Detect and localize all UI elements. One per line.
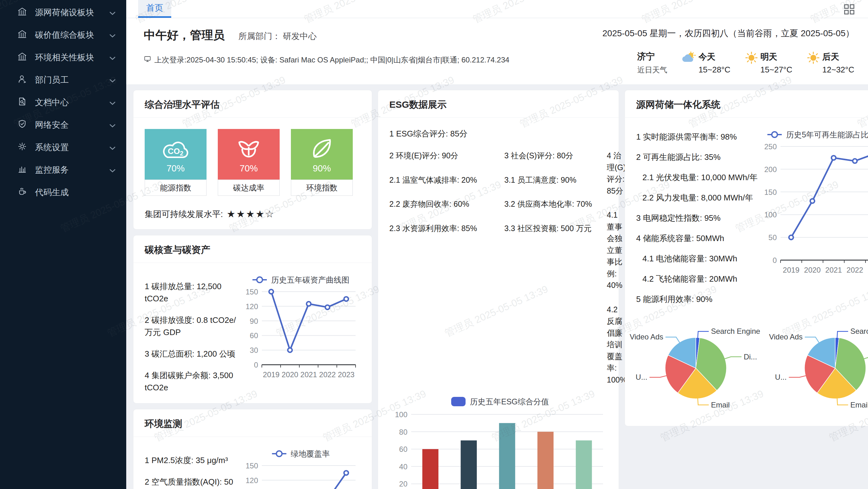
sun-icon — [745, 51, 758, 66]
sidebar-item-carbon-value[interactable]: 碳价值综合板块 — [0, 24, 126, 46]
weather-day-temp: 15~27°C — [761, 65, 793, 75]
weather-day-name: 后天 — [823, 51, 854, 62]
document-icon — [18, 97, 27, 108]
last-login-line: 上次登录:2025-04-30 15:50:45; 设备: Safari Mac… — [144, 55, 509, 65]
chevron-down-icon — [110, 98, 116, 107]
tile-percent: 90% — [313, 163, 331, 174]
esg-item: 4.1 董事会独立董事比例: 40% — [607, 209, 627, 291]
svg-text:2023: 2023 — [338, 370, 354, 379]
apps-grid-icon[interactable] — [844, 4, 855, 16]
date-line: 2025-05-05 星期一，农历四初八（当前谷雨，立夏 2025-05-05） — [602, 28, 854, 39]
esg-item: 4.2 反腐倡廉培训覆盖率: 100% — [607, 304, 627, 386]
esg-grid: 2 环境(E)评分: 90分 2.1 温室气体减排率: 20% 2.2 废弃物回… — [389, 150, 608, 386]
sustainability-rating: 集团可持续发展水平: ★★★★☆ — [145, 208, 361, 220]
svg-text:U...: U... — [775, 373, 787, 381]
metric-item: 2 可再生能源占比: 35% — [636, 151, 757, 163]
svg-text:200: 200 — [764, 165, 777, 174]
chevron-down-icon — [110, 53, 116, 62]
esg-col-governance: 4 治理(G)评分: 85分 4.1 董事会独立董事比例: 40% 4.2 反腐… — [607, 150, 627, 386]
sidebar-item-source-grid[interactable]: 源网荷储设板块 — [0, 1, 126, 24]
sun-cloud-icon — [681, 51, 696, 65]
svg-text:2019: 2019 — [783, 266, 800, 274]
svg-text:0: 0 — [254, 361, 258, 369]
card-energy-system: 源网荷储一体化系统 1 实时能源供需平衡率: 98% 2 可再生能源占比: 35… — [625, 90, 868, 426]
svg-text:90: 90 — [250, 317, 258, 325]
sidebar-item-staff[interactable]: 部门员工 — [0, 69, 126, 91]
gear-icon — [18, 142, 27, 153]
metric-item: 2 碳排放强度: 0.8 tCO2e/万元 GDP — [145, 314, 239, 338]
svg-text:2019: 2019 — [263, 370, 279, 379]
sidebar-item-monitoring[interactable]: 监控服务 — [0, 159, 126, 181]
esg-item: 2 环境(E)评分: 90分 — [389, 150, 499, 162]
sidebar: 源网荷储设板块 碳价值综合板块 环境相关性板块 部门员工 文档中心 网络安全 系… — [0, 0, 126, 489]
carbon-asset-line-chart: 历史五年碳资产曲线图030609012015020192020202120222… — [242, 272, 361, 381]
tile-environment-index: 90% 环境指数 — [291, 129, 353, 196]
svg-text:120: 120 — [246, 302, 258, 311]
svg-text:60: 60 — [399, 445, 407, 453]
channel-pie-chart-left: Search EngineDi...EmailU...Video Ads — [638, 314, 750, 417]
weather-day-temp: 15~28°C — [698, 65, 730, 75]
co2-cloud-icon: CO2 — [157, 135, 194, 162]
svg-text:2020: 2020 — [281, 370, 298, 379]
tile-energy-index: CO2 70% 能源指数 — [145, 129, 207, 196]
svg-text:100: 100 — [764, 210, 777, 219]
channel-pie-chart-right: Search EngineDi...EmailU...Video Ads — [777, 314, 868, 417]
weather-city: 济宁 近日天气 — [637, 51, 667, 75]
esg-item: 2.2 废弃物回收率: 60% — [389, 198, 499, 210]
card-title: 碳核查与碳资产 — [133, 235, 372, 263]
sidebar-item-documents[interactable]: 文档中心 — [0, 91, 126, 114]
svg-text:20: 20 — [399, 480, 407, 488]
esg-item: 3 社会(S)评分: 80分 — [504, 150, 601, 162]
page-header: 中午好，管理员 所属部门： 研发中心 上次登录:2025-04-30 15:50… — [126, 18, 868, 84]
bank-icon — [18, 29, 27, 41]
sidebar-item-label: 文档中心 — [35, 97, 101, 108]
esg-item: 3.3 社区投资额: 500 万元 — [504, 223, 601, 234]
esg-item: 4 治理(G)评分: 85分 — [607, 150, 627, 197]
svg-text:60: 60 — [250, 331, 258, 340]
weather-tomorrow: 明天 15~27°C — [745, 51, 793, 75]
svg-text:50: 50 — [769, 233, 777, 242]
tab-bar: 首页 — [126, 0, 868, 18]
chevron-down-icon — [110, 75, 116, 85]
svg-text:历史五年碳资产曲线图: 历史五年碳资产曲线图 — [271, 275, 349, 284]
tile-label: 环境指数 — [291, 180, 353, 196]
sidebar-item-label: 环境相关性板块 — [35, 52, 101, 63]
metric-item: 4.1 电池储能容量: 30MWh — [636, 253, 757, 265]
last-login-text: 上次登录:2025-04-30 15:50:45; 设备: Safari Mac… — [154, 55, 509, 65]
tile-percent: 70% — [240, 163, 258, 174]
tab-home[interactable]: 首页 — [138, 0, 171, 18]
svg-text:0: 0 — [773, 256, 777, 264]
sidebar-item-security[interactable]: 网络安全 — [0, 114, 126, 136]
metric-list: 1 碳排放总量: 12,500 tCO2e 2 碳排放强度: 0.8 tCO2e… — [145, 272, 239, 394]
svg-text:150: 150 — [246, 461, 258, 470]
card-environment-monitoring: 环境监测 1 PM2.5浓度: 35 μg/m³ 2 空气质量指数(AQI): … — [133, 409, 372, 489]
header-right: 2025-05-05 星期一，农历四初八（当前谷雨，立夏 2025-05-05）… — [602, 28, 854, 75]
coffee-icon — [18, 187, 27, 198]
tile-label: 能源指数 — [145, 180, 207, 196]
metric-list: 1 实时能源供需平衡率: 98% 2 可再生能源占比: 35% 2.1 光伏发电… — [636, 127, 757, 305]
esg-overall-score: 1 ESG综合评分: 85分 — [389, 127, 608, 150]
svg-text:150: 150 — [246, 288, 258, 296]
dashboard-content: 综合治理水平评估 CO2 70% 能源指数 — [126, 84, 868, 489]
sidebar-item-settings[interactable]: 系统设置 — [0, 136, 126, 159]
esg-item: 2.3 水资源利用效率: 85% — [389, 223, 499, 234]
star-rating: ★★★★☆ — [227, 208, 275, 220]
svg-text:2021: 2021 — [826, 266, 842, 274]
sidebar-item-codegen[interactable]: 代码生成 — [0, 181, 126, 204]
metric-item: 4 储能系统容量: 50MWh — [636, 232, 757, 244]
card-governance: 综合治理水平评估 CO2 70% 能源指数 — [133, 90, 372, 229]
metric-item: 1 PM2.5浓度: 35 μg/m³ — [145, 454, 239, 466]
svg-text:250: 250 — [764, 142, 777, 151]
svg-text:2022: 2022 — [847, 266, 863, 274]
sun-icon — [807, 51, 820, 66]
svg-text:CO2: CO2 — [168, 147, 183, 157]
card-title: 综合治理水平评估 — [133, 90, 372, 118]
svg-text:Video Ads: Video Ads — [629, 332, 663, 341]
esg-col-environment: 2 环境(E)评分: 90分 2.1 温室气体减排率: 20% 2.2 废弃物回… — [389, 150, 499, 386]
sidebar-item-label: 部门员工 — [35, 74, 101, 86]
weather-day-temp: 12~32°C — [823, 65, 854, 75]
svg-text:40: 40 — [399, 462, 407, 471]
rating-label: 集团可持续发展水平: — [145, 208, 223, 220]
svg-text:80: 80 — [399, 428, 407, 436]
sidebar-item-environment[interactable]: 环境相关性板块 — [0, 46, 126, 69]
